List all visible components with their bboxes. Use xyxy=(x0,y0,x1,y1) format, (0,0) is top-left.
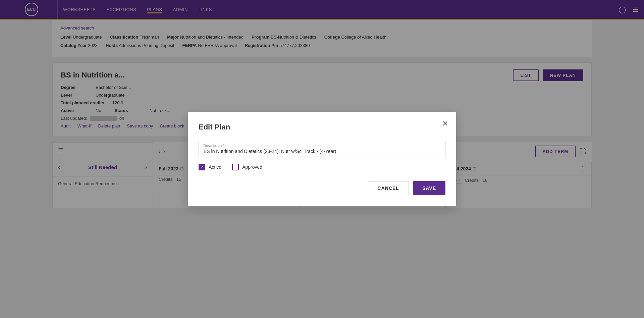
active-checkbox[interactable]: ✓ xyxy=(199,164,205,170)
active-checkmark: ✓ xyxy=(200,165,204,170)
modal-overlay: Edit Plan ✕ Description * ✓ Active Appro… xyxy=(0,0,644,318)
approved-checkbox-item[interactable]: Approved xyxy=(232,164,262,170)
main-content: Advanced search Level Undergraduate Clas… xyxy=(0,20,644,318)
modal-close-button[interactable]: ✕ xyxy=(442,120,448,127)
description-input[interactable] xyxy=(199,141,445,157)
checkbox-row: ✓ Active Approved xyxy=(199,164,445,170)
cancel-button[interactable]: CANCEL xyxy=(368,181,409,195)
description-field-wrapper: Description * xyxy=(199,141,445,157)
edit-plan-modal: Edit Plan ✕ Description * ✓ Active Appro… xyxy=(188,112,456,206)
active-checkbox-item[interactable]: ✓ Active xyxy=(199,164,221,170)
modal-title: Edit Plan xyxy=(199,123,445,131)
active-label: Active xyxy=(209,164,221,170)
approved-label: Approved xyxy=(242,164,262,170)
approved-checkbox[interactable] xyxy=(232,164,239,170)
modal-footer: CANCEL SAVE xyxy=(199,181,445,195)
save-button[interactable]: SAVE xyxy=(413,181,445,195)
description-field-label: Description * xyxy=(203,144,224,148)
